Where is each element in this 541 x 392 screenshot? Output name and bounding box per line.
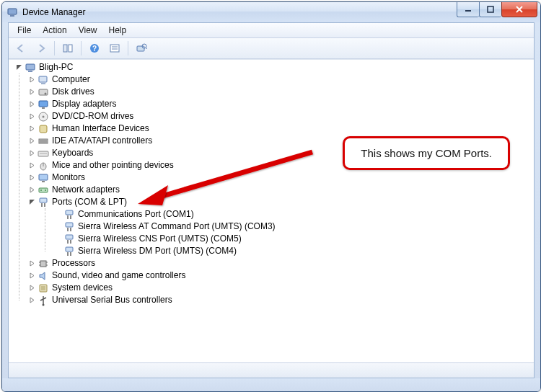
computer-icon xyxy=(25,62,36,74)
svg-rect-51 xyxy=(70,252,71,256)
port-icon xyxy=(63,209,75,220)
node-label: Ports (COM & LPT) xyxy=(52,196,127,208)
svg-rect-8 xyxy=(110,45,119,52)
minimize-button[interactable] xyxy=(457,2,479,17)
expand-toggle-icon[interactable] xyxy=(26,197,38,208)
port-icon xyxy=(63,221,75,233)
nav-back-button[interactable] xyxy=(12,40,30,57)
svg-point-59 xyxy=(43,303,45,306)
menu-action[interactable]: Action xyxy=(37,24,72,37)
node-label: Universal Serial Bus controllers xyxy=(52,294,172,306)
svg-rect-49 xyxy=(66,247,73,251)
svg-rect-17 xyxy=(41,83,45,84)
expand-toggle-icon[interactable] xyxy=(26,123,38,135)
annotation-callout: This shows my COM Ports. xyxy=(343,136,510,170)
tree-node-ports[interactable]: Ports (COM & LPT) xyxy=(26,196,534,208)
tree-node-port-device[interactable]: Communications Port (COM1) xyxy=(52,208,534,220)
svg-rect-4 xyxy=(63,45,67,52)
disk-icon xyxy=(38,86,49,98)
svg-rect-48 xyxy=(70,240,71,244)
maximize-button[interactable] xyxy=(479,2,501,17)
svg-rect-5 xyxy=(69,45,72,52)
mice-icon xyxy=(38,160,49,172)
menu-view[interactable]: View xyxy=(73,24,103,37)
expand-toggle-icon[interactable] xyxy=(26,295,38,306)
nav-forward-button[interactable] xyxy=(32,40,50,57)
scan-hardware-button[interactable] xyxy=(132,40,151,57)
expand-toggle-icon[interactable] xyxy=(26,270,38,282)
svg-rect-33 xyxy=(42,181,45,182)
properties-button[interactable] xyxy=(105,40,124,57)
expand-toggle-icon[interactable] xyxy=(26,99,38,110)
svg-rect-14 xyxy=(26,64,35,70)
tree-node-usb[interactable]: Universal Serial Bus controllers xyxy=(26,294,534,306)
svg-rect-25 xyxy=(39,139,48,143)
device-manager-window: Device Manager File Action View Help ? xyxy=(1,1,541,392)
computer-icon xyxy=(38,74,49,86)
system-icon xyxy=(38,282,49,294)
tree-node-dvd[interactable]: DVD/CD-ROM drives xyxy=(26,110,534,122)
tree-node-port-device[interactable]: Sierra Wireless CNS Port (UMTS) (COM5) xyxy=(52,233,534,245)
svg-rect-41 xyxy=(67,215,69,219)
svg-line-13 xyxy=(146,48,147,49)
usb-icon xyxy=(38,295,49,306)
node-label: Computer xyxy=(52,74,90,86)
svg-rect-37 xyxy=(40,198,47,202)
tree-node-monitors[interactable]: Monitors xyxy=(26,172,534,184)
node-label: Mice and other pointing devices xyxy=(52,159,174,172)
device-tree[interactable]: Bligh-PC ComputerDisk drivesDisplay adap… xyxy=(9,59,534,362)
tree-node-port-device[interactable]: Sierra Wireless AT Command Port (UMTS) (… xyxy=(52,220,534,233)
svg-rect-44 xyxy=(67,228,69,231)
tree-node-disk[interactable]: Disk drives xyxy=(26,86,534,98)
svg-rect-46 xyxy=(66,235,73,239)
annotation-text: This shows my COM Ports. xyxy=(361,147,492,159)
expand-toggle-icon[interactable] xyxy=(26,184,38,196)
expand-toggle-icon[interactable] xyxy=(26,74,38,86)
window-title: Device Manager xyxy=(22,7,85,17)
expand-toggle-icon[interactable] xyxy=(26,282,38,294)
menu-file[interactable]: File xyxy=(12,24,37,37)
tree-node-processors[interactable]: Processors xyxy=(26,257,534,270)
svg-rect-11 xyxy=(137,46,144,51)
ide-icon xyxy=(38,135,49,147)
expand-toggle-icon[interactable] xyxy=(26,148,38,159)
svg-point-19 xyxy=(45,92,47,94)
tree-root[interactable]: Bligh-PC ComputerDisk drivesDisplay adap… xyxy=(13,61,534,306)
svg-point-35 xyxy=(40,190,42,191)
close-button[interactable] xyxy=(501,2,537,17)
svg-text:?: ? xyxy=(92,45,97,53)
svg-rect-42 xyxy=(70,215,71,219)
hid-icon xyxy=(38,123,49,135)
expand-toggle-icon[interactable] xyxy=(26,111,38,122)
keyboards-icon xyxy=(38,148,49,159)
node-label: Disk drives xyxy=(52,86,94,98)
menu-help[interactable]: Help xyxy=(103,24,133,37)
expand-toggle-icon[interactable] xyxy=(26,135,38,147)
tree-node-display[interactable]: Display adapters xyxy=(26,98,534,110)
help-button[interactable]: ? xyxy=(85,40,104,57)
title-bar[interactable]: Device Manager xyxy=(2,2,540,22)
svg-rect-20 xyxy=(39,101,48,107)
tree-node-computer[interactable]: Computer xyxy=(26,74,534,86)
expand-toggle-icon[interactable] xyxy=(26,86,38,98)
expand-toggle-icon[interactable] xyxy=(26,258,38,270)
expand-toggle-icon[interactable] xyxy=(26,160,38,172)
tree-node-network[interactable]: Network adapters xyxy=(26,184,534,196)
svg-rect-0 xyxy=(8,9,17,14)
tree-node-port-device[interactable]: Sierra Wireless DM Port (UMTS) (COM4) xyxy=(52,245,534,257)
root-label: Bligh-PC xyxy=(39,61,73,74)
monitors-icon xyxy=(38,172,49,184)
tree-node-hid[interactable]: Human Interface Devices xyxy=(26,122,534,135)
tree-node-sound[interactable]: Sound, video and game controllers xyxy=(26,270,534,282)
port-icon xyxy=(63,246,75,257)
svg-rect-2 xyxy=(465,10,471,12)
expand-toggle-icon[interactable] xyxy=(26,172,38,184)
tree-node-system[interactable]: System devices xyxy=(26,282,534,294)
node-label: Sierra Wireless DM Port (UMTS) (COM4) xyxy=(78,245,237,257)
sound-icon xyxy=(38,270,49,282)
expand-toggle-icon[interactable] xyxy=(13,62,25,74)
show-hide-console-button[interactable] xyxy=(58,40,77,57)
status-bar xyxy=(9,362,534,378)
toolbar: ? xyxy=(9,38,534,59)
node-label: Communications Port (COM1) xyxy=(78,208,194,220)
